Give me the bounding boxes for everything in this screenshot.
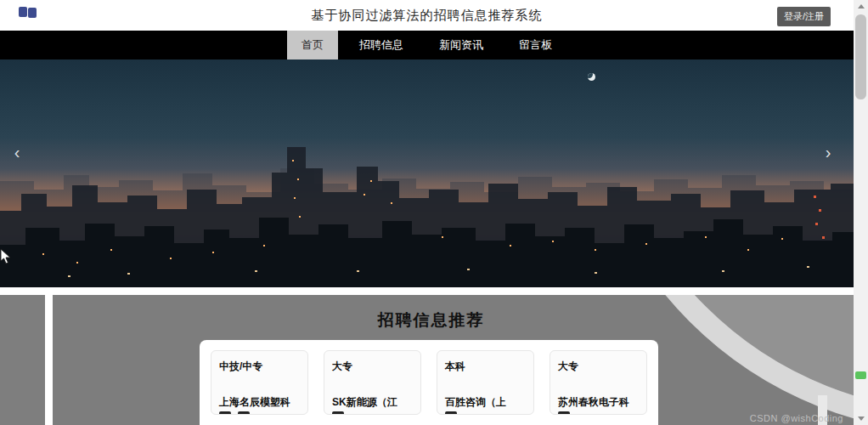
section-title: 招聘信息推荐 (53, 309, 831, 332)
carousel-next-icon[interactable]: › (818, 143, 838, 163)
moon-icon (588, 73, 595, 81)
header: 基于协同过滤算法的招聘信息推荐系统 登录/注册 (0, 0, 854, 31)
nav-tab-jobs[interactable]: 招聘信息 (345, 31, 418, 60)
job-card[interactable]: 本科 百胜咨询（上海）有限公司 (437, 350, 534, 415)
job-card-cutoff-content (558, 411, 570, 415)
job-company: 百胜咨询（上海）有限公司 (445, 393, 526, 415)
job-card-cutoff-content (445, 411, 457, 415)
scrollbar-thumb[interactable] (855, 14, 866, 99)
left-decor-strip (0, 295, 45, 425)
job-education: 大专 (332, 360, 413, 374)
mouse-cursor-icon (0, 248, 12, 265)
section-divider (0, 287, 854, 295)
main-nav: 首页 招聘信息 新闻资讯 留言板 (0, 31, 854, 60)
job-card-cutoff-content (332, 411, 344, 415)
job-card-cutoff-content (219, 411, 250, 415)
nav-tab-news[interactable]: 新闻资讯 (425, 31, 498, 60)
page: 基于协同过滤算法的招聘信息推荐系统 登录/注册 首页 招聘信息 新闻资讯 留言板 (0, 0, 854, 425)
recommend-section: 招聘信息推荐 中技/中专 上海名辰模塑科技有限公司 大专 SK新能源（江苏）有限… (0, 295, 854, 425)
job-card[interactable]: 中技/中专 上海名辰模塑科技有限公司 (211, 350, 308, 415)
job-cards-panel: 中技/中专 上海名辰模塑科技有限公司 大专 SK新能源（江苏）有限公司 本科 百… (200, 340, 658, 425)
recommend-panel: 招聘信息推荐 中技/中专 上海名辰模塑科技有限公司 大专 SK新能源（江苏）有限… (53, 295, 854, 425)
job-education: 大专 (558, 360, 639, 374)
job-company: 苏州春秋电子科技股份有限公司 (558, 393, 639, 415)
scroll-down-icon[interactable] (854, 412, 868, 425)
scroll-up-icon[interactable] (854, 0, 868, 13)
nav-tab-message-board[interactable]: 留言板 (504, 31, 566, 60)
watermark: CSDN @wishCoding (750, 413, 843, 423)
job-card[interactable]: 大专 苏州春秋电子科技股份有限公司 (550, 350, 647, 415)
page-title: 基于协同过滤算法的招聘信息推荐系统 (0, 0, 854, 31)
job-education: 中技/中专 (219, 360, 300, 374)
login-register-button[interactable]: 登录/注册 (777, 7, 831, 26)
job-card[interactable]: 大专 SK新能源（江苏）有限公司 (324, 350, 421, 415)
carousel-prev-icon[interactable]: ‹ (7, 143, 27, 163)
hero-carousel: ‹ › (0, 60, 854, 287)
scrollbar-marker (855, 371, 866, 379)
city-skyline-image (0, 143, 854, 287)
job-education: 本科 (445, 360, 526, 374)
nav-tab-home[interactable]: 首页 (287, 31, 338, 60)
job-company: SK新能源（江苏）有限公司 (332, 393, 413, 415)
vertical-scrollbar[interactable] (854, 0, 868, 425)
